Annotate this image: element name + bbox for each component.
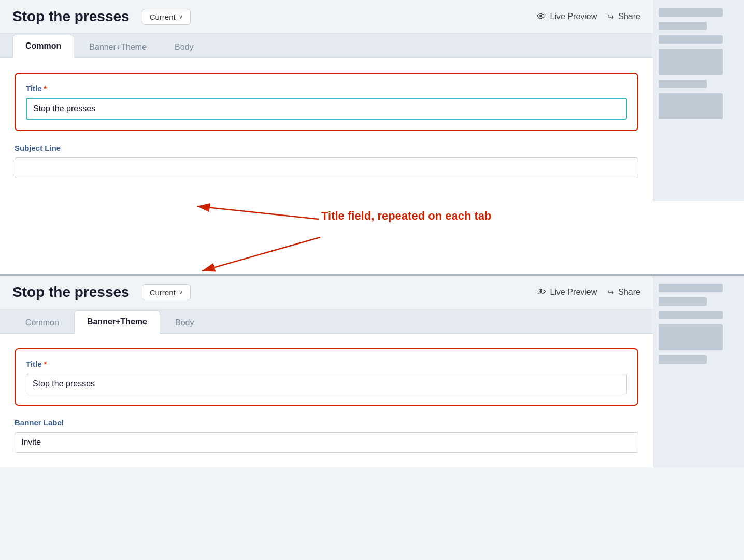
tab-common-bottom[interactable]: Common: [12, 311, 72, 334]
live-preview-button-bottom[interactable]: 👁 Live Preview: [537, 287, 597, 298]
page-title: Stop the presses: [12, 8, 130, 25]
subject-label-top: Subject Line: [15, 143, 638, 152]
share-button[interactable]: ↪ Share: [607, 12, 640, 22]
header-actions-bottom: 👁 Live Preview ↪ Share: [537, 287, 640, 298]
sidebar-bar-b3: [659, 311, 723, 319]
title-label-bottom: Title *: [26, 360, 627, 368]
chevron-down-icon-bottom: ∨: [179, 289, 183, 296]
top-content-area: Title * Subject Line: [0, 58, 653, 201]
sidebar-bar-3: [659, 35, 723, 44]
required-star-bottom: *: [44, 360, 47, 368]
header-actions: 👁 Live Preview ↪ Share: [537, 11, 640, 22]
banner-label-section: Banner Label: [15, 418, 638, 453]
banner-label-input[interactable]: [15, 432, 638, 453]
share-button-bottom[interactable]: ↪ Share: [607, 288, 640, 297]
title-input-top[interactable]: [26, 98, 627, 120]
chevron-down-icon: ∨: [179, 13, 183, 20]
share-icon: ↪: [607, 12, 614, 22]
right-sidebar-top: [653, 0, 744, 201]
svg-line-4: [202, 237, 320, 271]
sidebar-bar-5: [659, 80, 707, 88]
top-tabs-bar: Common Banner+Theme Body: [0, 34, 653, 58]
live-preview-label: Live Preview: [550, 12, 597, 21]
svg-line-2: [197, 206, 319, 219]
eye-icon-bottom: 👁: [537, 287, 546, 298]
sidebar-bar-4: [659, 49, 723, 75]
bottom-tabs-bar: Common Banner+Theme Body: [0, 309, 653, 334]
banner-label-label: Banner Label: [15, 418, 638, 427]
title-field-group-top: Title *: [15, 73, 638, 131]
tab-banner-theme-bottom[interactable]: Banner+Theme: [74, 310, 160, 334]
share-icon-bottom: ↪: [607, 288, 614, 297]
version-dropdown[interactable]: Current ∨: [142, 9, 191, 25]
share-label-bottom: Share: [618, 288, 640, 297]
sidebar-bar-2: [659, 22, 707, 30]
eye-icon: 👁: [537, 11, 546, 22]
tab-common-top[interactable]: Common: [12, 35, 74, 58]
tab-body-top[interactable]: Body: [162, 36, 206, 58]
version-label-bottom: Current: [150, 288, 176, 297]
sidebar-bar-1: [659, 8, 723, 17]
live-preview-button[interactable]: 👁 Live Preview: [537, 11, 597, 22]
title-field-group-bottom: Title *: [15, 348, 638, 406]
subject-section-top: Subject Line: [15, 143, 638, 178]
annotation-text: Title field, repeated on each tab: [321, 209, 491, 224]
version-dropdown-bottom[interactable]: Current ∨: [142, 284, 191, 300]
sidebar-bar-6: [659, 93, 723, 119]
sidebar-bar-b1: [659, 284, 723, 292]
version-label: Current: [150, 12, 176, 21]
right-sidebar-bottom: [653, 276, 744, 467]
sidebar-bar-b4: [659, 324, 723, 350]
top-panel-header: Stop the presses Current ∨ 👁 Live Previe…: [0, 0, 653, 34]
bottom-content-area: Title * Banner Label: [0, 334, 653, 467]
tab-banner-theme-top[interactable]: Banner+Theme: [76, 36, 160, 58]
live-preview-label-bottom: Live Preview: [550, 288, 597, 297]
share-label: Share: [618, 12, 640, 21]
sidebar-bar-b2: [659, 297, 707, 306]
sidebar-bar-b5: [659, 355, 707, 364]
subject-input-top[interactable]: [15, 157, 638, 178]
bottom-panel-header: Stop the presses Current ∨ 👁 Live Previe…: [0, 276, 653, 309]
title-input-bottom[interactable]: [26, 374, 627, 394]
title-label-top: Title *: [26, 84, 627, 93]
tab-body-bottom[interactable]: Body: [162, 311, 207, 334]
required-star-top: *: [44, 84, 47, 93]
page-title-bottom: Stop the presses: [12, 284, 130, 300]
